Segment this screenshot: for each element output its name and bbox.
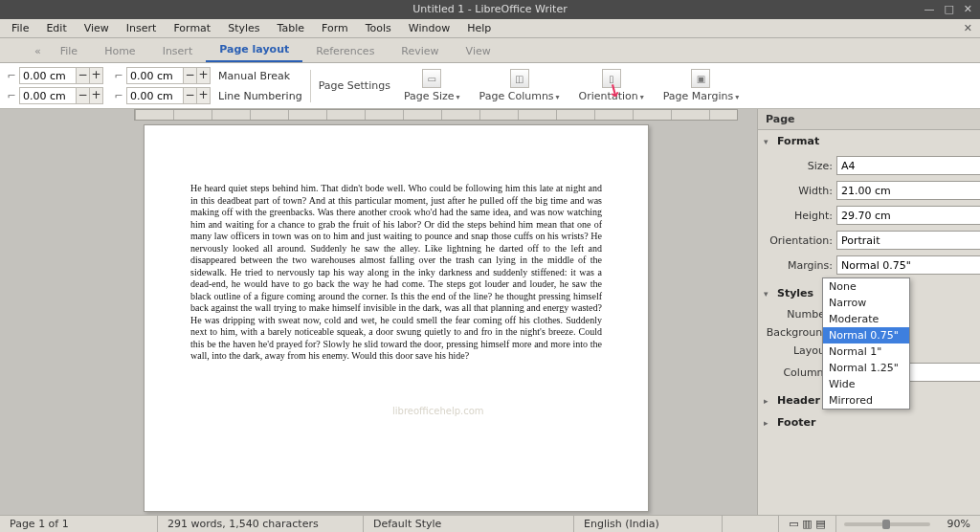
- dec-button[interactable]: −: [183, 67, 197, 84]
- margin-bottom-spinner[interactable]: ⌐−+: [4, 87, 103, 104]
- size-combo[interactable]: A4▾: [836, 156, 980, 175]
- tab-review[interactable]: Review: [388, 40, 452, 62]
- tab-view[interactable]: View: [453, 40, 504, 62]
- window-controls: — □ ✕: [916, 0, 980, 19]
- dec-button[interactable]: −: [183, 87, 197, 104]
- margin-right-input[interactable]: [126, 87, 184, 104]
- margin-left-icon: ⌐: [111, 70, 126, 82]
- tab-file[interactable]: File: [47, 40, 91, 62]
- menu-insert[interactable]: Insert: [119, 20, 165, 36]
- margin-top-input[interactable]: [19, 67, 77, 84]
- format-grid: Size: A4▾ Width: −+ Height: −+ Orientati…: [758, 152, 980, 282]
- maximize-icon[interactable]: □: [944, 0, 953, 19]
- manual-break-button[interactable]: Manual Break: [218, 70, 302, 82]
- menu-form[interactable]: Form: [314, 20, 356, 36]
- tabs-scroll-icon[interactable]: «: [29, 40, 47, 62]
- margins-label: Margins:: [766, 259, 833, 272]
- menu-view[interactable]: View: [77, 20, 117, 36]
- page-size-icon: ▭: [422, 69, 441, 88]
- margin-right-spinner[interactable]: ⌐−+: [111, 87, 211, 104]
- margin-bottom-icon: ⌐: [4, 90, 19, 102]
- menu-window[interactable]: Window: [401, 20, 457, 36]
- width-label: Width:: [766, 185, 833, 197]
- title-bar: Untitled 1 - LibreOffice Writer — □ ✕: [0, 0, 980, 19]
- separator: [310, 70, 311, 102]
- line-numbering-button[interactable]: Line Numbering: [218, 90, 302, 102]
- menu-help[interactable]: Help: [459, 20, 499, 36]
- horizontal-ruler[interactable]: [134, 109, 738, 121]
- document-area[interactable]: He heard quiet steps behind him. That di…: [0, 109, 757, 515]
- page-columns-button[interactable]: ◫Page Columns: [474, 67, 566, 104]
- tab-references[interactable]: References: [302, 40, 388, 62]
- watermark-text: libreofficehelp.com: [392, 406, 484, 416]
- minimize-icon[interactable]: —: [924, 0, 934, 19]
- inc-button[interactable]: +: [196, 67, 211, 84]
- page-size-label: Page Size: [404, 90, 460, 102]
- close-document-icon[interactable]: ✕: [960, 22, 976, 34]
- sidebar-title-label: Page: [766, 113, 795, 125]
- menu-bar: File Edit View Insert Format Styles Tabl…: [0, 19, 980, 38]
- height-input[interactable]: [836, 206, 980, 225]
- orientation-label: Orientation:: [766, 234, 833, 247]
- margin-left-spinner[interactable]: ⌐−+: [111, 67, 211, 84]
- menu-styles[interactable]: Styles: [220, 20, 267, 36]
- tab-home[interactable]: Home: [91, 40, 148, 62]
- status-page[interactable]: Page 1 of 1: [0, 516, 158, 532]
- close-icon[interactable]: ✕: [964, 0, 972, 19]
- page-settings-label[interactable]: Page Settings: [319, 79, 390, 92]
- margin-right-icon: ⌐: [111, 90, 126, 102]
- dec-button[interactable]: −: [76, 67, 90, 84]
- menu-format[interactable]: Format: [166, 20, 218, 36]
- margins-option-mirrored[interactable]: Mirrored: [823, 392, 909, 409]
- margins-combo[interactable]: Normal 0.75"▾: [836, 255, 980, 275]
- status-zoom[interactable]: 90%: [938, 516, 980, 532]
- page-margins-icon: ▣: [691, 69, 710, 88]
- status-filler: [723, 516, 778, 532]
- height-label: Height:: [766, 210, 833, 222]
- sidebar-panel-title: Page ✕: [758, 109, 980, 130]
- status-view-icons[interactable]: ▭ ▥ ▤: [778, 516, 835, 532]
- margins-option-normal1[interactable]: Normal 1": [823, 344, 909, 360]
- margins-option-wide[interactable]: Wide: [823, 376, 909, 392]
- tab-page-layout[interactable]: Page layout: [206, 38, 302, 62]
- margins-option-narrow[interactable]: Narrow: [823, 295, 909, 311]
- menu-tools[interactable]: Tools: [358, 20, 399, 36]
- margin-top-icon: ⌐: [4, 70, 19, 82]
- inc-button[interactable]: +: [89, 67, 103, 84]
- menu-table[interactable]: Table: [270, 20, 312, 36]
- document-body-text[interactable]: He heard quiet steps behind him. That di…: [190, 183, 602, 363]
- window-title: Untitled 1 - LibreOffice Writer: [412, 3, 567, 15]
- ribbon-page-layout: ⌐−+ ⌐−+ ⌐−+ ⌐−+ Manual Break Line Number…: [0, 63, 980, 109]
- page-columns-label: Page Columns: [479, 90, 560, 102]
- inc-button[interactable]: +: [196, 87, 211, 104]
- margin-left-input[interactable]: [126, 67, 184, 84]
- margins-option-moderate[interactable]: Moderate: [823, 311, 909, 327]
- status-bar: Page 1 of 1 291 words, 1,540 characters …: [0, 515, 980, 532]
- margins-option-normal075[interactable]: Normal 0.75": [823, 327, 909, 344]
- orientation-combo[interactable]: Portrait▾: [836, 231, 980, 250]
- section-footer-head[interactable]: Footer↗: [758, 411, 980, 433]
- notebook-bar: « File Home Insert Page layout Reference…: [0, 38, 980, 63]
- tab-insert[interactable]: Insert: [149, 40, 207, 62]
- zoom-knob[interactable]: [882, 520, 890, 529]
- zoom-slider[interactable]: [844, 522, 930, 526]
- status-language[interactable]: English (India): [574, 516, 723, 532]
- margins-dropdown-list[interactable]: None Narrow Moderate Normal 0.75" Normal…: [822, 277, 910, 410]
- margin-bottom-input[interactable]: [19, 87, 77, 104]
- margins-option-none[interactable]: None: [823, 278, 909, 295]
- width-input[interactable]: [836, 181, 980, 200]
- size-label: Size:: [766, 160, 833, 172]
- page-size-button[interactable]: ▭Page Size: [398, 67, 466, 104]
- section-format-head[interactable]: Format↗: [758, 130, 980, 152]
- menu-edit[interactable]: Edit: [38, 20, 74, 36]
- margin-top-spinner[interactable]: ⌐−+: [4, 67, 103, 84]
- menu-file[interactable]: File: [4, 20, 36, 36]
- page-margins-button[interactable]: ▣Page Margins: [657, 67, 745, 104]
- page-margins-label: Page Margins: [663, 90, 739, 102]
- status-style[interactable]: Default Style: [364, 516, 574, 532]
- document-page[interactable]: He heard quiet steps behind him. That di…: [144, 124, 649, 512]
- inc-button[interactable]: +: [89, 87, 103, 104]
- dec-button[interactable]: −: [76, 87, 90, 104]
- margins-option-normal125[interactable]: Normal 1.25": [823, 360, 909, 376]
- status-word-count[interactable]: 291 words, 1,540 characters: [158, 516, 364, 532]
